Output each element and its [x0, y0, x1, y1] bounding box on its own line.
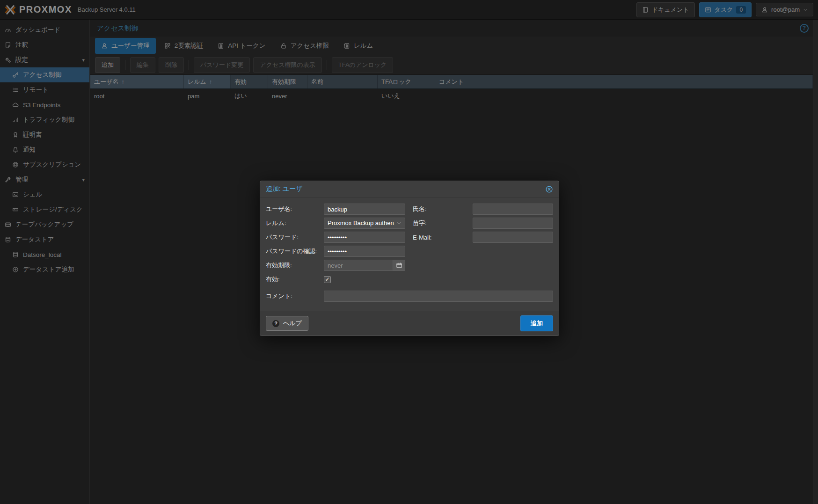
dialog-header[interactable]: 追加: ユーザ	[260, 181, 559, 197]
password-label: パスワード:	[266, 233, 324, 241]
confirm-password-label: パスワードの確認:	[266, 247, 324, 256]
password-input[interactable]	[324, 232, 405, 243]
comment-input[interactable]	[324, 291, 553, 302]
confirm-password-input[interactable]	[324, 246, 405, 257]
dialog-title: 追加: ユーザ	[266, 185, 302, 193]
calendar-button[interactable]	[393, 260, 405, 271]
realm-label: レルム:	[266, 219, 324, 227]
question-icon: ?	[272, 320, 279, 327]
email-input[interactable]	[473, 232, 553, 243]
firstname-input[interactable]	[473, 204, 553, 215]
realm-select-value: Proxmox Backup authen	[328, 218, 395, 228]
lastname-input[interactable]	[473, 218, 553, 229]
username-input[interactable]	[324, 204, 405, 215]
dialog-body: ユーザ名: 氏名: レルム: Proxmox Backup authen 苗字:…	[260, 197, 559, 311]
comment-label: コメント:	[266, 292, 324, 300]
lastname-label: 苗字:	[413, 219, 473, 227]
enabled-checkbox[interactable]: ✓	[324, 276, 331, 283]
enabled-label: 有効:	[266, 275, 324, 284]
help-button-label: ヘルプ	[283, 319, 302, 328]
calendar-icon	[396, 262, 402, 269]
expire-label: 有効期限:	[266, 261, 324, 270]
username-label: ユーザ名:	[266, 205, 324, 213]
expire-input[interactable]	[324, 260, 393, 271]
help-button[interactable]: ? ヘルプ	[266, 316, 308, 331]
email-label: E-Mail:	[413, 234, 473, 241]
dialog-footer: ? ヘルプ 追加	[260, 311, 559, 336]
firstname-label: 氏名:	[413, 205, 473, 213]
add-user-dialog: 追加: ユーザ ユーザ名: 氏名: レルム: Proxmox Backup au…	[260, 181, 559, 336]
add-submit-button[interactable]: 追加	[520, 315, 553, 331]
chevron-down-icon	[397, 221, 402, 226]
realm-select[interactable]: Proxmox Backup authen	[324, 218, 405, 229]
close-icon[interactable]	[545, 185, 553, 193]
